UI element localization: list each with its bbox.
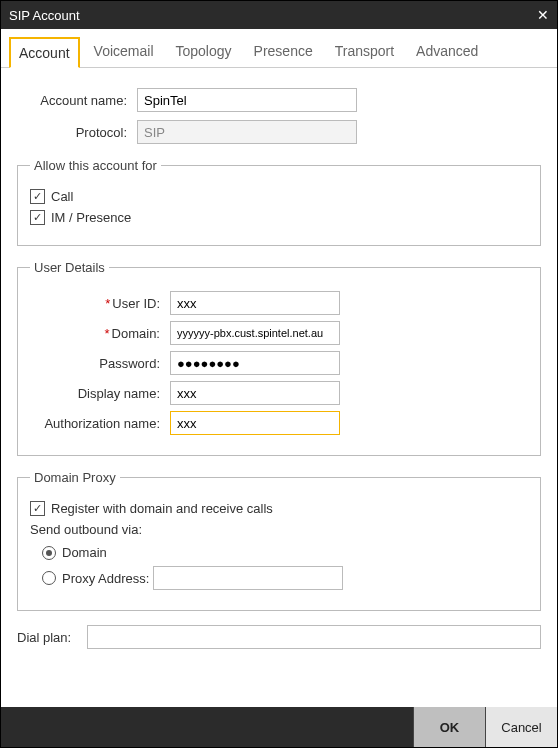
user-id-input[interactable] [170, 291, 340, 315]
radio-domain[interactable] [42, 546, 56, 560]
tab-content: Account name: Protocol: Allow this accou… [1, 68, 557, 707]
account-name-label: Account name: [17, 93, 137, 108]
display-name-input[interactable] [170, 381, 340, 405]
password-input[interactable] [170, 351, 340, 375]
tab-strip: Account Voicemail Topology Presence Tran… [1, 29, 557, 68]
protocol-label: Protocol: [17, 125, 137, 140]
window-title: SIP Account [9, 8, 80, 23]
radio-proxy[interactable] [42, 571, 56, 585]
protocol-input [137, 120, 357, 144]
register-label: Register with domain and receive calls [51, 501, 273, 516]
im-presence-label: IM / Presence [51, 210, 131, 225]
proxy-address-input[interactable] [153, 566, 343, 590]
call-label: Call [51, 189, 73, 204]
tab-transport[interactable]: Transport [327, 37, 402, 67]
dial-plan-label: Dial plan: [17, 630, 87, 645]
allow-fieldset: Allow this account for ✓ Call ✓ IM / Pre… [17, 158, 541, 246]
dial-plan-input[interactable] [87, 625, 541, 649]
call-checkbox[interactable]: ✓ [30, 189, 45, 204]
auth-name-input[interactable] [170, 411, 340, 435]
user-details-fieldset: User Details *User ID: *Domain: Password… [17, 260, 541, 456]
close-icon[interactable]: ✕ [537, 7, 549, 23]
password-label: Password: [30, 356, 170, 371]
account-name-input[interactable] [137, 88, 357, 112]
send-outbound-label: Send outbound via: [30, 522, 528, 537]
domain-label: *Domain: [30, 326, 170, 341]
auth-name-label: Authorization name: [30, 416, 170, 431]
titlebar: SIP Account ✕ [1, 1, 557, 29]
tab-topology[interactable]: Topology [168, 37, 240, 67]
radio-domain-label: Domain [62, 545, 107, 560]
domain-proxy-fieldset: Domain Proxy ✓ Register with domain and … [17, 470, 541, 611]
domain-input[interactable] [170, 321, 340, 345]
domain-proxy-legend: Domain Proxy [30, 470, 120, 485]
tab-advanced[interactable]: Advanced [408, 37, 486, 67]
ok-button[interactable]: OK [413, 707, 485, 747]
user-details-legend: User Details [30, 260, 109, 275]
user-id-label: *User ID: [30, 296, 170, 311]
cancel-button[interactable]: Cancel [485, 707, 557, 747]
tab-account[interactable]: Account [9, 37, 80, 68]
allow-legend: Allow this account for [30, 158, 161, 173]
radio-proxy-label: Proxy Address: [62, 571, 149, 586]
footer: OK Cancel [1, 707, 557, 747]
display-name-label: Display name: [30, 386, 170, 401]
tab-voicemail[interactable]: Voicemail [86, 37, 162, 67]
im-presence-checkbox[interactable]: ✓ [30, 210, 45, 225]
register-checkbox[interactable]: ✓ [30, 501, 45, 516]
tab-presence[interactable]: Presence [246, 37, 321, 67]
